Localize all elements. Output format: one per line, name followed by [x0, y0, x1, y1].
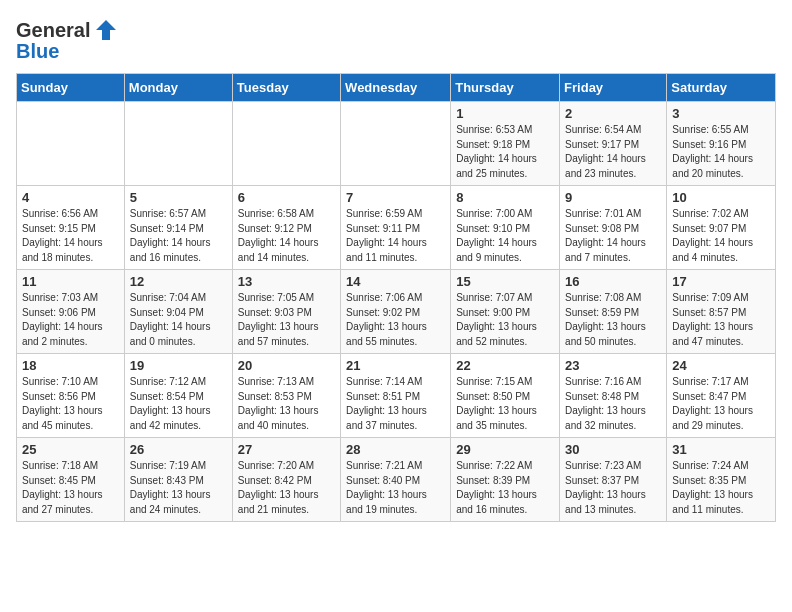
day-info: Sunrise: 7:04 AM Sunset: 9:04 PM Dayligh… — [130, 291, 227, 349]
day-number: 12 — [130, 274, 227, 289]
day-info: Sunrise: 6:55 AM Sunset: 9:16 PM Dayligh… — [672, 123, 770, 181]
calendar-cell — [232, 102, 340, 186]
day-number: 31 — [672, 442, 770, 457]
day-info: Sunrise: 7:05 AM Sunset: 9:03 PM Dayligh… — [238, 291, 335, 349]
day-header-sunday: Sunday — [17, 74, 125, 102]
day-info: Sunrise: 6:54 AM Sunset: 9:17 PM Dayligh… — [565, 123, 661, 181]
day-info: Sunrise: 7:03 AM Sunset: 9:06 PM Dayligh… — [22, 291, 119, 349]
calendar-table: SundayMondayTuesdayWednesdayThursdayFrid… — [16, 73, 776, 522]
logo-general-text: General — [16, 19, 90, 42]
day-number: 29 — [456, 442, 554, 457]
day-info: Sunrise: 7:23 AM Sunset: 8:37 PM Dayligh… — [565, 459, 661, 517]
day-number: 2 — [565, 106, 661, 121]
day-number: 9 — [565, 190, 661, 205]
week-row-5: 25Sunrise: 7:18 AM Sunset: 8:45 PM Dayli… — [17, 438, 776, 522]
day-info: Sunrise: 6:59 AM Sunset: 9:11 PM Dayligh… — [346, 207, 445, 265]
calendar-cell: 14Sunrise: 7:06 AM Sunset: 9:02 PM Dayli… — [341, 270, 451, 354]
day-info: Sunrise: 6:58 AM Sunset: 9:12 PM Dayligh… — [238, 207, 335, 265]
day-number: 28 — [346, 442, 445, 457]
day-info: Sunrise: 6:56 AM Sunset: 9:15 PM Dayligh… — [22, 207, 119, 265]
calendar-cell: 13Sunrise: 7:05 AM Sunset: 9:03 PM Dayli… — [232, 270, 340, 354]
day-info: Sunrise: 6:57 AM Sunset: 9:14 PM Dayligh… — [130, 207, 227, 265]
calendar-cell: 15Sunrise: 7:07 AM Sunset: 9:00 PM Dayli… — [451, 270, 560, 354]
day-number: 15 — [456, 274, 554, 289]
day-info: Sunrise: 7:16 AM Sunset: 8:48 PM Dayligh… — [565, 375, 661, 433]
calendar-cell: 26Sunrise: 7:19 AM Sunset: 8:43 PM Dayli… — [124, 438, 232, 522]
day-info: Sunrise: 7:01 AM Sunset: 9:08 PM Dayligh… — [565, 207, 661, 265]
day-info: Sunrise: 7:12 AM Sunset: 8:54 PM Dayligh… — [130, 375, 227, 433]
day-number: 18 — [22, 358, 119, 373]
day-info: Sunrise: 7:09 AM Sunset: 8:57 PM Dayligh… — [672, 291, 770, 349]
page-header: General Blue — [16, 16, 776, 63]
day-number: 3 — [672, 106, 770, 121]
calendar-cell: 12Sunrise: 7:04 AM Sunset: 9:04 PM Dayli… — [124, 270, 232, 354]
day-info: Sunrise: 7:15 AM Sunset: 8:50 PM Dayligh… — [456, 375, 554, 433]
day-number: 1 — [456, 106, 554, 121]
day-header-friday: Friday — [560, 74, 667, 102]
calendar-cell — [17, 102, 125, 186]
day-number: 27 — [238, 442, 335, 457]
day-info: Sunrise: 7:14 AM Sunset: 8:51 PM Dayligh… — [346, 375, 445, 433]
day-number: 30 — [565, 442, 661, 457]
day-header-saturday: Saturday — [667, 74, 776, 102]
calendar-cell — [341, 102, 451, 186]
calendar-cell: 10Sunrise: 7:02 AM Sunset: 9:07 PM Dayli… — [667, 186, 776, 270]
week-row-2: 4Sunrise: 6:56 AM Sunset: 9:15 PM Daylig… — [17, 186, 776, 270]
logo: General Blue — [16, 16, 120, 63]
day-info: Sunrise: 7:08 AM Sunset: 8:59 PM Dayligh… — [565, 291, 661, 349]
day-number: 13 — [238, 274, 335, 289]
day-number: 26 — [130, 442, 227, 457]
calendar-cell: 18Sunrise: 7:10 AM Sunset: 8:56 PM Dayli… — [17, 354, 125, 438]
day-info: Sunrise: 7:20 AM Sunset: 8:42 PM Dayligh… — [238, 459, 335, 517]
calendar-cell: 24Sunrise: 7:17 AM Sunset: 8:47 PM Dayli… — [667, 354, 776, 438]
day-number: 21 — [346, 358, 445, 373]
day-info: Sunrise: 7:07 AM Sunset: 9:00 PM Dayligh… — [456, 291, 554, 349]
calendar-cell: 7Sunrise: 6:59 AM Sunset: 9:11 PM Daylig… — [341, 186, 451, 270]
calendar-cell: 31Sunrise: 7:24 AM Sunset: 8:35 PM Dayli… — [667, 438, 776, 522]
day-header-monday: Monday — [124, 74, 232, 102]
day-header-tuesday: Tuesday — [232, 74, 340, 102]
calendar-cell: 29Sunrise: 7:22 AM Sunset: 8:39 PM Dayli… — [451, 438, 560, 522]
calendar-cell: 16Sunrise: 7:08 AM Sunset: 8:59 PM Dayli… — [560, 270, 667, 354]
calendar-cell: 25Sunrise: 7:18 AM Sunset: 8:45 PM Dayli… — [17, 438, 125, 522]
day-number: 10 — [672, 190, 770, 205]
calendar-cell — [124, 102, 232, 186]
day-number: 5 — [130, 190, 227, 205]
day-number: 20 — [238, 358, 335, 373]
calendar-cell: 1Sunrise: 6:53 AM Sunset: 9:18 PM Daylig… — [451, 102, 560, 186]
calendar-cell: 28Sunrise: 7:21 AM Sunset: 8:40 PM Dayli… — [341, 438, 451, 522]
calendar-cell: 30Sunrise: 7:23 AM Sunset: 8:37 PM Dayli… — [560, 438, 667, 522]
day-info: Sunrise: 7:10 AM Sunset: 8:56 PM Dayligh… — [22, 375, 119, 433]
day-info: Sunrise: 7:06 AM Sunset: 9:02 PM Dayligh… — [346, 291, 445, 349]
day-number: 25 — [22, 442, 119, 457]
day-number: 8 — [456, 190, 554, 205]
day-number: 24 — [672, 358, 770, 373]
day-info: Sunrise: 7:18 AM Sunset: 8:45 PM Dayligh… — [22, 459, 119, 517]
calendar-cell: 21Sunrise: 7:14 AM Sunset: 8:51 PM Dayli… — [341, 354, 451, 438]
day-number: 22 — [456, 358, 554, 373]
header-row: SundayMondayTuesdayWednesdayThursdayFrid… — [17, 74, 776, 102]
day-info: Sunrise: 7:22 AM Sunset: 8:39 PM Dayligh… — [456, 459, 554, 517]
calendar-cell: 19Sunrise: 7:12 AM Sunset: 8:54 PM Dayli… — [124, 354, 232, 438]
week-row-4: 18Sunrise: 7:10 AM Sunset: 8:56 PM Dayli… — [17, 354, 776, 438]
day-number: 11 — [22, 274, 119, 289]
calendar-cell: 2Sunrise: 6:54 AM Sunset: 9:17 PM Daylig… — [560, 102, 667, 186]
day-info: Sunrise: 7:13 AM Sunset: 8:53 PM Dayligh… — [238, 375, 335, 433]
day-info: Sunrise: 6:53 AM Sunset: 9:18 PM Dayligh… — [456, 123, 554, 181]
calendar-cell: 17Sunrise: 7:09 AM Sunset: 8:57 PM Dayli… — [667, 270, 776, 354]
day-header-thursday: Thursday — [451, 74, 560, 102]
day-info: Sunrise: 7:24 AM Sunset: 8:35 PM Dayligh… — [672, 459, 770, 517]
calendar-cell: 3Sunrise: 6:55 AM Sunset: 9:16 PM Daylig… — [667, 102, 776, 186]
calendar-cell: 27Sunrise: 7:20 AM Sunset: 8:42 PM Dayli… — [232, 438, 340, 522]
day-info: Sunrise: 7:19 AM Sunset: 8:43 PM Dayligh… — [130, 459, 227, 517]
calendar-cell: 20Sunrise: 7:13 AM Sunset: 8:53 PM Dayli… — [232, 354, 340, 438]
logo-icon — [92, 16, 120, 44]
day-info: Sunrise: 7:17 AM Sunset: 8:47 PM Dayligh… — [672, 375, 770, 433]
calendar-cell: 22Sunrise: 7:15 AM Sunset: 8:50 PM Dayli… — [451, 354, 560, 438]
day-header-wednesday: Wednesday — [341, 74, 451, 102]
day-number: 14 — [346, 274, 445, 289]
day-number: 4 — [22, 190, 119, 205]
calendar-cell: 4Sunrise: 6:56 AM Sunset: 9:15 PM Daylig… — [17, 186, 125, 270]
calendar-cell: 23Sunrise: 7:16 AM Sunset: 8:48 PM Dayli… — [560, 354, 667, 438]
week-row-3: 11Sunrise: 7:03 AM Sunset: 9:06 PM Dayli… — [17, 270, 776, 354]
